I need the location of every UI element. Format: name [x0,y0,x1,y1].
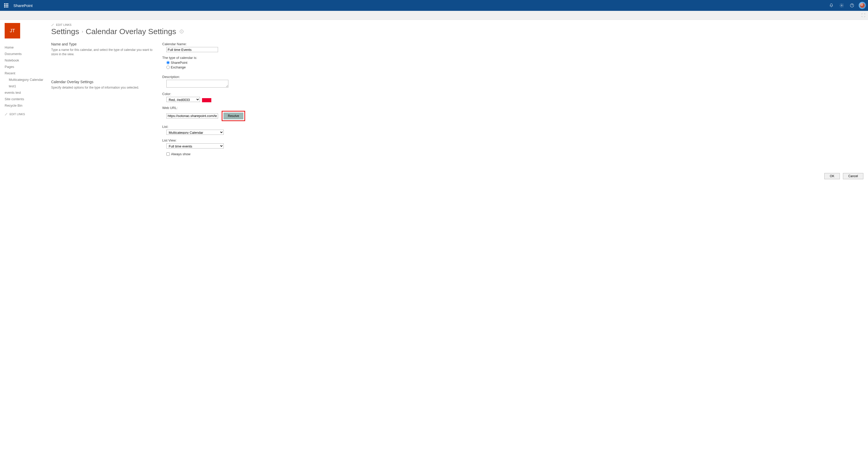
footer-buttons: OK Cancel [0,164,868,184]
left-column: JT Home Documents Notebook Pages Recent … [5,23,51,160]
help-icon[interactable] [847,0,857,10]
svg-point-0 [841,5,842,6]
edit-links-top-button[interactable]: EDIT LINKS [51,23,838,26]
radio-sharepoint-label: SharePoint [171,61,187,65]
list-view-select[interactable]: Full time events [166,143,224,149]
always-show-checkbox[interactable] [166,152,170,156]
site-logo[interactable]: JT [5,23,20,38]
pencil-icon [51,23,55,26]
section-name-type-desc: Type a name for this calendar, and selec… [51,48,156,57]
radio-exchange-label: Exchange [171,65,186,69]
app-launcher-icon[interactable] [2,1,10,9]
list-select[interactable]: Multicategory Calendar [166,130,224,135]
nav-notebook[interactable]: Notebook [5,57,51,64]
calendar-name-input[interactable] [166,47,218,52]
breadcrumb-settings-link[interactable]: Settings [51,27,79,36]
cancel-button[interactable]: Cancel [843,173,863,179]
nav-pages[interactable]: Pages [5,64,51,70]
suite-header: SharePoint [0,0,868,11]
info-icon[interactable]: i [180,30,183,33]
form-column: Calendar Name: The type of calendar is: … [162,42,863,160]
edit-links-button[interactable]: EDIT LINKS [5,112,51,116]
nav-recent[interactable]: Recent [5,70,51,76]
breadcrumb-separator: › [82,29,83,34]
app-name[interactable]: SharePoint [13,3,33,8]
resolve-highlight-box: Resolve [222,111,245,121]
user-avatar[interactable] [859,2,866,9]
nav-recycle-bin[interactable]: Recycle Bin [5,102,51,109]
page-content: JT Home Documents Notebook Pages Recent … [0,20,868,164]
always-show-label: Always show [171,152,190,156]
radio-sharepoint[interactable] [166,61,170,64]
color-select[interactable]: Red, #ed0033 [166,97,200,102]
radio-exchange[interactable] [166,66,170,69]
edit-links-label: EDIT LINKS [9,113,25,116]
nav-recent-item[interactable]: test1 [5,83,51,89]
nav-home[interactable]: Home [5,44,51,51]
color-swatch [202,98,211,102]
ok-button[interactable]: OK [824,173,840,179]
description-input[interactable] [166,80,228,88]
ribbon-bar [0,11,868,20]
resolve-button[interactable]: Resolve [223,113,243,119]
section-name-type-title: Name and Type [51,42,156,46]
section-overlay-desc: Specify detailed options for the type of… [51,86,156,90]
list-label: List: [162,125,863,129]
focus-content-icon[interactable] [861,13,865,17]
calendar-name-label: Calendar Name: [162,42,863,46]
nav-recent-item[interactable]: Multicategory Calendar [5,76,51,83]
nav-documents[interactable]: Documents [5,51,51,57]
pencil-icon [5,112,8,116]
web-url-label: Web URL: [162,106,863,110]
section-overlay-title: Calendar Overlay Settings [51,80,156,84]
color-label: Color: [162,92,863,96]
list-view-label: List View: [162,138,863,142]
notifications-icon[interactable] [826,0,836,10]
calendar-type-label: The type of calendar is: [162,56,863,60]
edit-links-top-label: EDIT LINKS [56,23,71,26]
breadcrumb: Settings › Calendar Overlay Settings i [51,27,838,36]
web-url-input[interactable] [166,114,218,119]
section-descriptions: Name and Type Type a name for this calen… [51,42,162,160]
nav-site-contents[interactable]: Site contents [5,96,51,102]
page-title: Calendar Overlay Settings [86,27,176,36]
description-label: Description: [162,75,863,79]
settings-gear-icon[interactable] [836,0,847,10]
nav-events-test[interactable]: events test [5,89,51,96]
